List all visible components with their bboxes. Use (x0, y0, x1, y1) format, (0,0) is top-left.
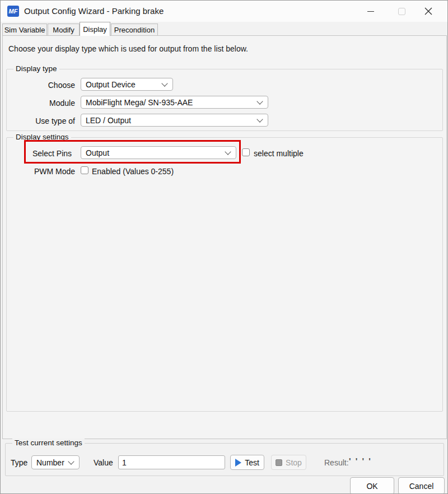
instruction-text: Choose your display type which is used f… (8, 44, 248, 53)
close-icon (424, 7, 433, 16)
display-type-group-title: Display type (13, 64, 59, 73)
module-label: Module (12, 99, 75, 108)
select-pins-label: Select Pins (32, 149, 72, 158)
tab-sim-variable[interactable]: Sim Variable (2, 24, 47, 36)
mobiflight-logo-icon: MF (7, 6, 19, 17)
select-multiple-label: select multiple (254, 149, 304, 158)
test-type-dropdown[interactable]: Number (31, 455, 80, 469)
tab-modify[interactable]: Modify (48, 24, 80, 36)
result-value: ' ' ' ' (349, 456, 372, 465)
cancel-button[interactable]: Cancel (398, 477, 445, 494)
test-button[interactable]: Test (230, 455, 264, 470)
pwm-enabled-label: Enabled (Values 0-255) (92, 167, 174, 176)
display-settings-group: Display settings (6, 137, 443, 412)
display-settings-group-title: Display settings (13, 133, 71, 141)
chevron-down-icon (161, 80, 167, 86)
value-label: Value (94, 458, 113, 467)
test-button-label: Test (245, 458, 259, 467)
type-label: Type (11, 458, 27, 467)
choose-display-type-dropdown[interactable]: Output Device (81, 78, 173, 91)
minimize-icon (367, 11, 374, 12)
tab-precondition[interactable]: Precondition (111, 24, 158, 36)
module-dropdown[interactable]: MobiFlight Mega/ SN-935-AAE (81, 96, 268, 109)
test-type-value: Number (36, 458, 64, 467)
chevron-down-icon (256, 116, 263, 122)
close-button[interactable] (419, 3, 437, 20)
use-type-dropdown[interactable]: LED / Output (81, 114, 268, 127)
select-pins-dropdown[interactable]: Output (81, 146, 236, 159)
window-title: Output Config Wizard - Parking brake (24, 6, 164, 16)
stop-button-label: Stop (286, 458, 302, 467)
stop-button: Stop (271, 455, 306, 470)
maximize-icon (398, 8, 405, 15)
select-pins-value: Output (86, 148, 109, 157)
select-multiple-checkbox[interactable] (242, 148, 250, 156)
ok-button[interactable]: OK (350, 477, 394, 494)
test-settings-group-title: Test current settings (12, 439, 85, 447)
chevron-down-icon (68, 458, 74, 464)
title-bar: MF Output Config Wizard - Parking brake (1, 1, 447, 22)
use-type-label: Use type of (12, 116, 75, 125)
choose-label: Choose (12, 81, 75, 90)
output-config-wizard-window: MF Output Config Wizard - Parking brake … (0, 0, 448, 494)
minimize-button[interactable] (362, 3, 380, 20)
chevron-down-icon (256, 98, 263, 104)
pwm-enabled-checkbox[interactable] (81, 166, 88, 174)
test-value-input[interactable] (118, 455, 225, 469)
maximize-button (393, 3, 410, 20)
tab-display[interactable]: Display (80, 22, 110, 36)
module-value: MobiFlight Mega/ SN-935-AAE (86, 98, 193, 107)
play-icon (235, 459, 241, 467)
use-type-value: LED / Output (86, 116, 131, 125)
pwm-mode-label: PWM Mode (12, 167, 75, 176)
result-label: Result: (324, 458, 349, 467)
stop-icon (276, 459, 282, 466)
choose-display-type-value: Output Device (86, 80, 136, 89)
chevron-down-icon (225, 148, 231, 155)
